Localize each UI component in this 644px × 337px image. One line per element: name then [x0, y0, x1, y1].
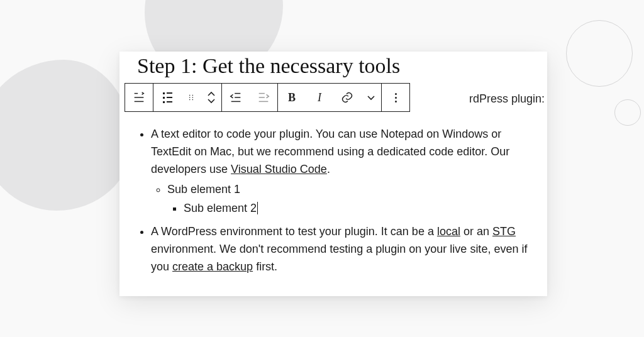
kebab-icon	[395, 93, 397, 102]
indent-button[interactable]	[250, 84, 277, 111]
indent-icon	[257, 91, 270, 104]
sub-list-2[interactable]: Sub element 2	[167, 200, 530, 218]
italic-icon: I	[318, 91, 321, 104]
list-text: or an	[460, 225, 492, 238]
list-text: A WordPress environment to test your plu…	[151, 225, 437, 238]
link-icon	[340, 91, 354, 104]
editor-panel: Step 1: Get the necessary tools	[119, 52, 547, 296]
list-text: Sub element 2	[184, 202, 257, 214]
link-stg[interactable]: STG	[492, 225, 516, 238]
svg-point-3	[189, 95, 191, 96]
text-caret	[257, 202, 258, 214]
drag-handle-icon	[187, 92, 196, 103]
chevron-up-down-icon	[207, 91, 216, 104]
link-visual-studio-code[interactable]: Visual Studio Code	[231, 163, 327, 175]
list-item[interactable]: A WordPress environment to test your plu…	[151, 223, 530, 276]
list-text: .	[327, 163, 330, 175]
more-rich-text-button[interactable]	[361, 84, 381, 111]
outdent-button[interactable]	[222, 84, 250, 111]
editor-content[interactable]: A text editor to code your plugin. You c…	[119, 80, 547, 296]
bg-circle	[614, 99, 641, 126]
bg-circle	[566, 20, 633, 87]
svg-point-6	[192, 97, 194, 98]
svg-point-4	[192, 95, 194, 96]
block-toolbar: B I	[125, 83, 410, 112]
bold-icon: B	[288, 91, 296, 104]
bullets-icon	[163, 92, 172, 103]
sub-list-1[interactable]: Sub element 1 Sub element 2	[151, 181, 530, 218]
drag-handle-button[interactable]	[181, 84, 201, 111]
list-text: Sub element 1	[167, 183, 240, 196]
obscured-paragraph-tail: rdPress plugin:	[469, 92, 545, 106]
list-item[interactable]: Sub element 2	[184, 200, 530, 218]
list-text: A text editor to code your plugin. You c…	[151, 128, 509, 175]
unordered-list-button[interactable]	[153, 84, 181, 111]
italic-button[interactable]: I	[306, 84, 333, 111]
options-button[interactable]	[382, 84, 409, 111]
heading-step-1[interactable]: Step 1: Get the necessary tools	[119, 52, 547, 80]
bg-blob	[0, 60, 132, 211]
list-item[interactable]: Sub element 1 Sub element 2	[167, 181, 530, 218]
list-icon	[132, 91, 146, 104]
chevron-down-icon	[367, 94, 375, 101]
svg-point-8	[192, 99, 194, 101]
bold-button[interactable]: B	[278, 84, 306, 111]
svg-point-7	[189, 99, 191, 101]
svg-point-5	[189, 97, 191, 98]
link-create-backup[interactable]: create a backup	[172, 260, 253, 273]
list-item[interactable]: A text editor to code your plugin. You c…	[151, 126, 530, 217]
list-text: first.	[253, 260, 277, 273]
outdent-icon	[229, 91, 243, 104]
link-button[interactable]	[333, 84, 361, 111]
link-local[interactable]: local	[437, 225, 460, 238]
list-block-type-button[interactable]	[125, 84, 153, 111]
move-up-down-button[interactable]	[201, 84, 221, 111]
top-list[interactable]: A text editor to code your plugin. You c…	[137, 126, 530, 276]
